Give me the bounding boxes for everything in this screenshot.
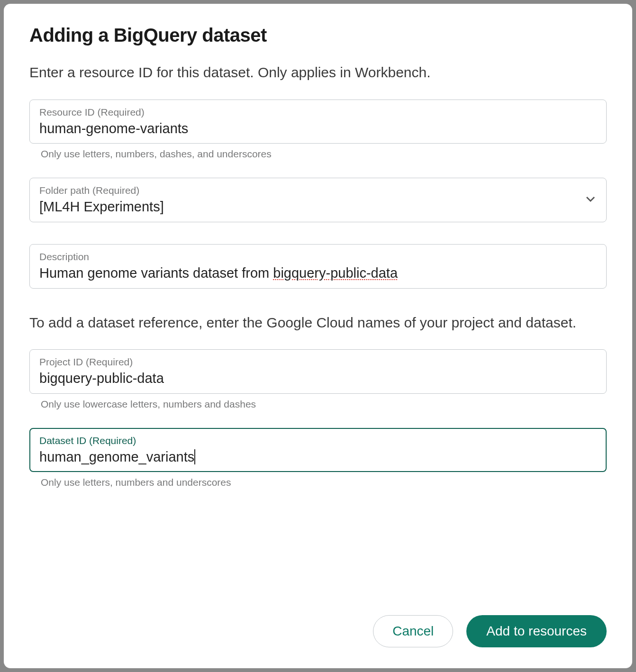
folder-path-field[interactable]: Folder path (Required) [ML4H Experiments… [29, 178, 607, 222]
folder-path-field-group: Folder path (Required) [ML4H Experiments… [29, 178, 607, 222]
spellcheck-underline: bigquery-public-data [273, 265, 398, 281]
description-field-group: Description Human genome variants datase… [29, 244, 607, 289]
folder-path-label: Folder path (Required) [39, 185, 597, 196]
description-field[interactable]: Description Human genome variants datase… [29, 244, 607, 289]
text-cursor [194, 449, 195, 464]
resource-id-field-group: Resource ID (Required) Only use letters,… [29, 100, 607, 160]
instruction-resource-id: Enter a resource ID for this dataset. On… [29, 63, 607, 82]
cancel-button[interactable]: Cancel [373, 615, 453, 647]
resource-id-field[interactable]: Resource ID (Required) [29, 100, 607, 144]
dataset-id-helper: Only use letters, numbers and underscore… [41, 477, 607, 488]
dialog-title: Adding a BigQuery dataset [29, 25, 607, 46]
resource-id-label: Resource ID (Required) [39, 107, 597, 118]
resource-id-input[interactable] [39, 120, 597, 138]
project-id-helper: Only use lowercase letters, numbers and … [41, 399, 607, 410]
project-id-field[interactable]: Project ID (Required) [29, 349, 607, 394]
folder-path-value: [ML4H Experiments] [39, 198, 597, 216]
dataset-id-field[interactable]: Dataset ID (Required) human_genome_varia… [29, 428, 607, 472]
dataset-id-label: Dataset ID (Required) [39, 435, 597, 446]
description-input[interactable]: Human genome variants dataset from bigqu… [39, 264, 597, 282]
dialog-button-row: Cancel Add to resources [29, 598, 607, 647]
project-id-label: Project ID (Required) [39, 356, 597, 368]
add-bigquery-dataset-dialog: Adding a BigQuery dataset Enter a resour… [4, 4, 632, 668]
dataset-id-field-group: Dataset ID (Required) human_genome_varia… [29, 428, 607, 489]
description-label: Description [39, 251, 597, 263]
add-to-resources-button[interactable]: Add to resources [466, 615, 607, 647]
project-id-input[interactable] [39, 370, 597, 388]
dataset-id-input[interactable]: human_genome_variants [39, 448, 597, 466]
project-id-field-group: Project ID (Required) Only use lowercase… [29, 349, 607, 410]
instruction-dataset-reference: To add a dataset reference, enter the Go… [29, 313, 607, 333]
resource-id-helper: Only use letters, numbers, dashes, and u… [41, 148, 607, 160]
